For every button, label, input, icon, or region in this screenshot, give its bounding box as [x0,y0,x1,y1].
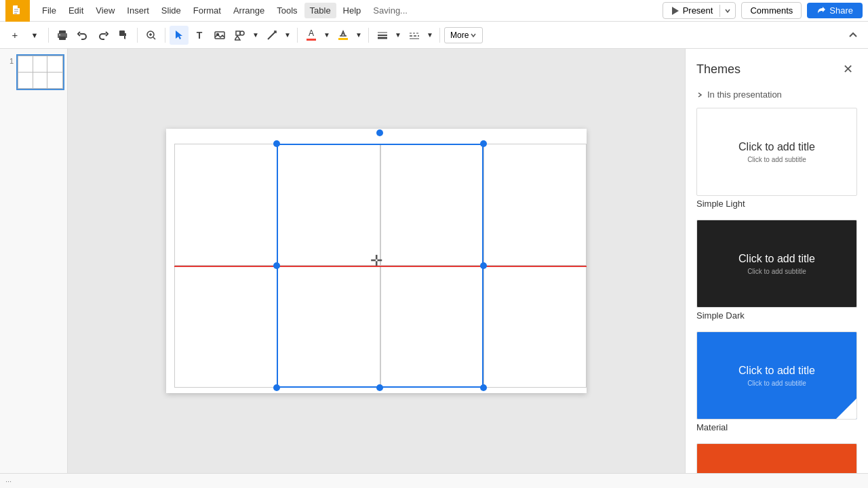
toolbar-divider-4 [297,28,298,43]
menu-insert[interactable]: Insert [121,3,155,18]
svg-rect-4 [14,13,17,14]
table-cell-r2c3[interactable] [380,266,484,388]
toolbar-border-btn[interactable] [334,26,353,45]
present-dropdown-arrow[interactable] [719,5,735,17]
thumb-cell-1 [18,56,33,73]
slide-1-thumbnail[interactable] [16,54,64,90]
toolbar-dash-dropdown[interactable]: ▼ [425,26,435,45]
table-cell-r1c4[interactable] [484,144,587,266]
slide-1-wrap: 1 [3,54,64,90]
thumb-cell-3 [47,56,62,73]
toolbar-dash-btn[interactable] [405,26,424,45]
toolbar-weight-btn[interactable] [373,26,392,45]
toolbar-add-group: + ▼ [5,26,44,45]
toolbar-line-btn[interactable] [262,26,281,45]
svg-rect-18 [236,31,240,35]
slides-panel: 1 [0,49,68,473]
themes-panel: Themes ✕ In this presentation Click to a… [685,49,868,473]
app-logo [5,0,30,22]
theme-material-item: Click to add title Click to add subtitle… [686,329,868,441]
thumb-cell-5 [33,73,48,89]
svg-rect-9 [59,35,60,35]
menu-view[interactable]: View [90,3,120,18]
handle-top-right[interactable] [480,140,487,147]
handle-bot-left[interactable] [273,384,280,391]
in-presentation-label: In this presentation [707,89,782,100]
handle-top-center[interactable] [376,129,383,136]
material-corner-accent [836,399,856,419]
toolbar-shapes-btn[interactable] [231,26,250,45]
toolbar-more-btn[interactable]: More [444,27,483,43]
toolbar-paintformat-btn[interactable] [114,26,133,45]
menu-format[interactable]: Format [188,3,226,18]
svg-rect-8 [59,37,66,40]
present-label: Present [683,5,713,16]
handle-mid-left[interactable] [273,262,280,269]
theme-simple-light-preview[interactable]: Click to add title Click to add subtitle [696,108,857,196]
toolbar-print-btn[interactable] [53,26,72,45]
table-cell-r2c1[interactable] [174,266,277,388]
menu-tools[interactable]: Tools [271,3,302,18]
comments-button[interactable]: Comments [741,2,802,19]
theme-material-title: Click to add title [738,365,815,377]
toolbar-zoom-btn[interactable] [142,26,161,45]
canvas-area[interactable]: ✛ [68,49,685,473]
toolbar-fill-dropdown[interactable]: ▼ [321,26,332,45]
menu-help[interactable]: Help [338,3,367,18]
menu-arrange[interactable]: Arrange [228,3,270,18]
slide-canvas[interactable]: ✛ [166,129,587,393]
thumb-cell-6 [47,73,62,89]
bottom-bar: ··· [0,473,868,488]
toolbar-text-btn[interactable]: T [190,26,209,45]
bottom-info: ··· [5,477,12,485]
menu-slide[interactable]: Slide [156,3,186,18]
toolbar-select-btn[interactable] [170,26,189,45]
share-button[interactable]: Share [807,3,863,18]
themes-close-btn[interactable]: ✕ [838,60,857,79]
toolbar-weight-group: ▼ [373,26,403,45]
toolbar-fill-btn[interactable]: A [302,26,321,45]
toolbar-shapes-dropdown[interactable]: ▼ [250,26,261,45]
menu-edit[interactable]: Edit [63,3,89,18]
toolbar-dropdown-btn[interactable]: ▼ [25,26,44,45]
menu-table[interactable]: Table [304,3,336,18]
toolbar-collapse-btn[interactable] [844,26,863,45]
toolbar-add-btn[interactable]: + [5,26,24,45]
row-divider-line [174,266,587,267]
theme-material-subtitle: Click to add subtitle [747,380,806,387]
table-cell-r1c3[interactable] [380,144,484,266]
table-cell-r1c1[interactable] [174,144,277,266]
toolbar-border-dropdown[interactable]: ▼ [353,26,364,45]
toolbar-line-dropdown[interactable]: ▼ [282,26,293,45]
present-button[interactable]: Present [663,2,736,19]
table-cell-r2c2[interactable] [277,266,380,388]
toolbar-divider-3 [165,28,165,43]
menu-file[interactable]: File [37,3,62,18]
handle-top-left[interactable] [273,140,280,147]
slide-thumb-grid [18,56,63,89]
in-presentation-item[interactable]: In this presentation [686,84,868,105]
toolbar-divider-6 [439,28,440,43]
handle-bot-center[interactable] [376,384,383,391]
theme-material-preview[interactable]: Click to add title Click to add subtitle [696,331,857,420]
saving-status: Saving... [373,5,408,16]
svg-rect-1 [18,5,20,8]
toolbar-divider-2 [137,28,138,43]
theme-simple-dark-preview[interactable]: Click to add title Click to add subtitle [696,220,857,308]
present-main[interactable]: Present [663,3,720,18]
table-cell-r1c2[interactable] [277,144,380,266]
toolbar-weight-dropdown[interactable]: ▼ [393,26,403,45]
topbar-actions: Present Comments Share [663,2,863,19]
thumb-cell-2 [33,56,48,73]
toolbar-shapes-group: ▼ [231,26,261,45]
theme-simple-light-subtitle: Click to add subtitle [747,156,806,163]
toolbar-undo-btn[interactable] [73,26,92,45]
handle-bot-right[interactable] [480,384,487,391]
toolbar-redo-btn[interactable] [94,26,113,45]
themes-header: Themes ✕ [686,49,868,84]
table-cell-r2c4[interactable] [484,266,587,388]
toolbar-image-btn[interactable] [210,26,229,45]
theme-simple-dark-item: Click to add title Click to add subtitle… [686,217,868,329]
theme-4-preview[interactable]: Click to add title [696,443,857,473]
handle-mid-right[interactable] [480,262,487,269]
